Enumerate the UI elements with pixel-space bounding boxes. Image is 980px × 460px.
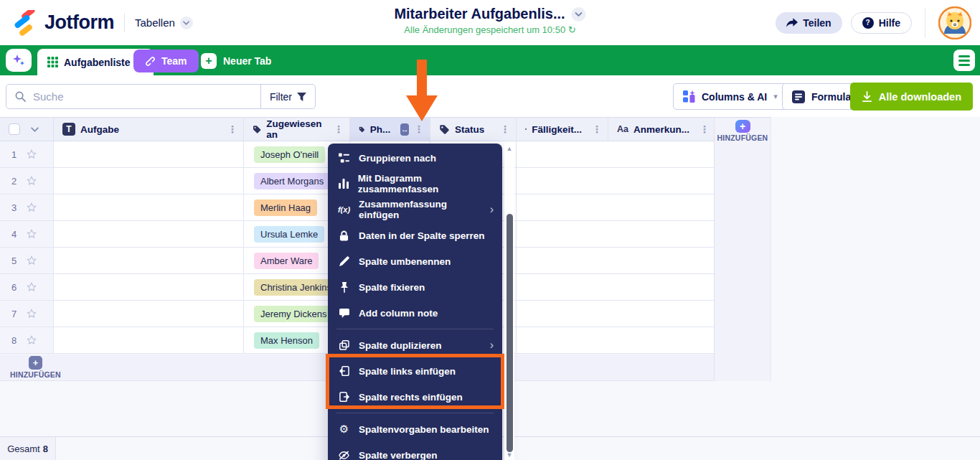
scroll-down-icon[interactable]: ▼ xyxy=(504,451,514,459)
divider xyxy=(124,14,125,32)
cell-aufgabe[interactable] xyxy=(54,327,244,353)
column-menu-icon[interactable]: ⋮ xyxy=(334,124,344,134)
cell-aufgabe[interactable] xyxy=(54,221,244,247)
cell-aufgabe[interactable] xyxy=(54,194,244,220)
chevron-down-icon: ▾ xyxy=(773,92,778,101)
columns-ai-icon xyxy=(683,90,695,103)
chevron-down-icon[interactable] xyxy=(31,127,39,132)
tabellen-dropdown[interactable]: Tabellen xyxy=(135,17,193,29)
new-tab-button[interactable]: + Neuer Tab xyxy=(201,50,271,72)
column-menu-icon[interactable]: ⋮ xyxy=(699,124,710,134)
scrollbar-thumb[interactable] xyxy=(507,214,513,452)
menu-item-gruppieren-nach[interactable]: Gruppieren nach xyxy=(328,145,502,171)
column-header-anmerkung[interactable]: Aa Anmerkun... ⋮ xyxy=(608,118,714,141)
jotform-tables-app: Jotform Tabellen Mitarbeiter Aufgabenlis… xyxy=(0,0,980,460)
assignee-chip[interactable]: Christina Jenkins xyxy=(254,279,338,296)
columns-ai-label: Columns & AI xyxy=(702,91,767,103)
cell-aufgabe[interactable] xyxy=(54,274,244,300)
ai-sparkle-button[interactable] xyxy=(6,49,32,72)
select-all-checkbox[interactable] xyxy=(9,123,20,135)
add-column-button[interactable]: + HINZUFÜGEN xyxy=(715,118,771,142)
plus-icon: + xyxy=(201,53,217,69)
cell-anmerkung[interactable] xyxy=(517,168,608,194)
refresh-icon: ↻ xyxy=(568,24,576,35)
column-header-status[interactable]: Status ⋮ xyxy=(430,118,517,141)
star-icon[interactable] xyxy=(26,281,37,293)
add-row-button[interactable]: + HINZUFÜGEN xyxy=(10,356,61,379)
share-button[interactable]: Teilen xyxy=(776,12,842,34)
jotform-logo[interactable]: Jotform xyxy=(13,10,114,36)
cell-aufgabe[interactable] xyxy=(54,301,244,327)
tab-team[interactable]: Team xyxy=(133,50,199,72)
assignee-chip[interactable]: Albert Morgans xyxy=(254,173,330,189)
user-avatar[interactable] xyxy=(938,6,971,39)
tab-list-menu-button[interactable] xyxy=(953,50,975,71)
title-chevron-button[interactable] xyxy=(572,7,586,22)
assignee-chip[interactable]: Joseph O'neill xyxy=(254,146,325,163)
cell-aufgabe[interactable] xyxy=(54,168,244,194)
row-number: 7 xyxy=(11,309,19,319)
assignee-chip[interactable]: Merlin Haag xyxy=(254,200,317,216)
column-menu-icon[interactable]: ⋮ xyxy=(227,124,237,134)
menu-item-zusammenfassung[interactable]: f(x) Zusammenfassung einfügen › xyxy=(328,197,502,222)
column-menu-icon[interactable]: ⋮ xyxy=(414,124,424,134)
assignee-chip[interactable]: Jeremy Dickens xyxy=(254,306,333,322)
menu-item-spalte-verbergen[interactable]: Spalte verbergen xyxy=(328,442,502,460)
cell-anmerkung[interactable] xyxy=(517,327,608,353)
chevron-right-icon: › xyxy=(490,339,494,352)
column-header-ph[interactable]: Ph... ↔ ⋮ xyxy=(350,118,430,141)
column-width-icon[interactable]: ↔ xyxy=(400,123,409,136)
column-header-faelligkeit[interactable]: 10 Fälligkeit... ⋮ xyxy=(517,118,608,141)
menu-item-label: Add column note xyxy=(359,308,438,319)
cell-anmerkung[interactable] xyxy=(517,221,608,247)
row-number: 1 xyxy=(11,149,19,160)
columns-ai-button[interactable]: Columns & AI ▾ xyxy=(673,83,788,110)
star-icon[interactable] xyxy=(26,308,37,319)
column-menu-icon[interactable]: ⋮ xyxy=(500,124,510,134)
column-menu-icon[interactable]: ⋮ xyxy=(592,124,602,134)
star-icon[interactable] xyxy=(26,149,37,160)
cell-anmerkung[interactable] xyxy=(517,194,608,220)
menu-item-spalte-duplizieren[interactable]: Spalte duplizieren › xyxy=(328,332,502,358)
menu-item-spalte-fixieren[interactable]: Spalte fixieren xyxy=(328,274,502,300)
row-number: 5 xyxy=(11,255,19,266)
filter-button[interactable]: Filter xyxy=(260,85,315,108)
cell-anmerkung[interactable] xyxy=(517,248,608,273)
grid-table-icon xyxy=(47,57,58,67)
assignee-chip[interactable]: Amber Ware xyxy=(254,253,319,269)
star-icon[interactable] xyxy=(26,228,37,240)
cell-anmerkung[interactable] xyxy=(517,274,608,300)
cell-aufgabe[interactable] xyxy=(54,248,244,273)
help-button[interactable]: ? Hilfe xyxy=(851,12,912,34)
download-all-button[interactable]: Alle downloaden xyxy=(850,83,973,111)
tab-team-label: Team xyxy=(161,55,187,67)
cell-anmerkung[interactable] xyxy=(517,301,608,327)
menu-item-spaltenvorgaben-bearbeiten[interactable]: ⚙ Spaltenvorgaben bearbeiten xyxy=(328,416,502,442)
menu-item-spalte-links-einfuegen[interactable]: Spalte links einfügen xyxy=(328,358,502,384)
menu-item-spalte-umbenennen[interactable]: Spalte umbenennen xyxy=(328,248,502,274)
cell-aufgabe[interactable] xyxy=(54,141,244,167)
star-icon[interactable] xyxy=(26,202,37,213)
assignee-chip[interactable]: Ursula Lemke xyxy=(254,226,324,243)
star-icon[interactable] xyxy=(26,175,37,187)
menu-item-add-column-note[interactable]: Add column note xyxy=(328,300,502,326)
cell-anmerkung[interactable] xyxy=(517,141,608,167)
menu-item-spalte-sperren[interactable]: Daten in der Spalte sperren xyxy=(328,222,502,248)
column-label: Zugewiesen an xyxy=(266,118,324,140)
assignee-chip[interactable]: Max Henson xyxy=(254,332,319,349)
column-header-zugewiesen-an[interactable]: Zugewiesen an ⋮ xyxy=(244,118,350,141)
tag-type-icon xyxy=(253,124,261,135)
row-number: 8 xyxy=(11,335,19,346)
menu-item-spalte-rechts-einfuegen[interactable]: Spalte rechts einfügen xyxy=(328,384,502,410)
column-header-aufgabe[interactable]: T Aufgabe ⋮ xyxy=(54,118,244,141)
menu-item-diagramm[interactable]: Mit Diagramm zusammenfassen xyxy=(328,171,502,197)
menu-item-label: Spalte links einfügen xyxy=(359,366,456,377)
lock-icon xyxy=(338,230,350,241)
search-input[interactable] xyxy=(33,90,260,103)
scroll-up-icon[interactable]: ▲ xyxy=(504,145,514,152)
star-icon[interactable] xyxy=(26,334,37,346)
column-context-menu: Gruppieren nach Mit Diagramm zusammenfas… xyxy=(328,144,502,460)
star-icon[interactable] xyxy=(26,255,37,266)
menu-scrollbar[interactable]: ▲ ▼ xyxy=(504,144,514,460)
select-all-cell xyxy=(0,118,54,141)
